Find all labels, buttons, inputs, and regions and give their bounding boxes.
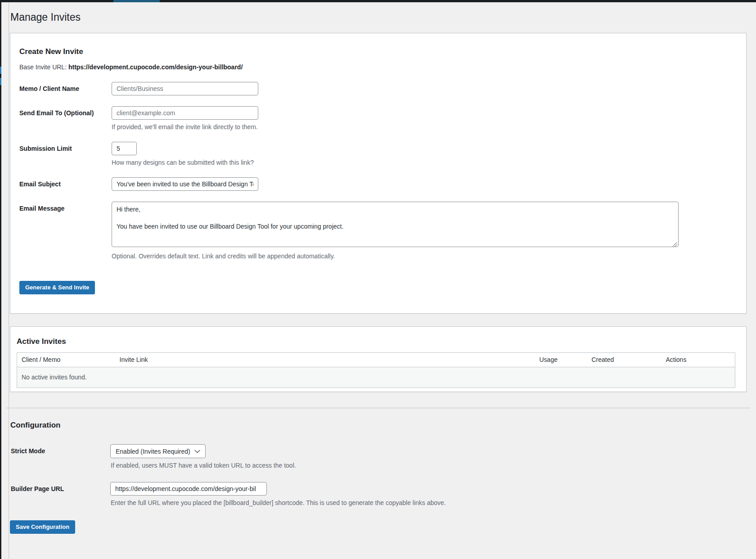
column-usage: Usage [535, 353, 587, 367]
limit-label: Submission Limit [19, 142, 112, 153]
email-message-textarea[interactable]: Hi there, You have been invited to use o… [112, 202, 679, 247]
generate-send-invite-button[interactable]: Generate & Send Invite [19, 281, 95, 294]
column-client-memo: Client / Memo [17, 353, 115, 367]
memo-input[interactable] [112, 82, 258, 95]
window-top-edge [0, 0, 756, 2]
content-frame-border [9, 2, 9, 559]
left-edge-accent [0, 67, 1, 74]
empty-state-message: No active invites found. [17, 367, 735, 388]
form-row-limit: Submission Limit How many designs can be… [19, 142, 737, 167]
email-to-help: If provided, we'll email the invite link… [112, 123, 737, 131]
submission-limit-input[interactable] [112, 142, 137, 155]
limit-help: How many designs can be submitted with t… [112, 158, 737, 167]
config-row-builder-url: Builder Page URL Enter the full URL wher… [10, 482, 747, 507]
empty-state-row: No active invites found. [17, 367, 735, 388]
base-invite-url-line: Base Invite URL: https://development.cup… [19, 63, 737, 71]
active-invites-heading: Active Invites [17, 337, 740, 347]
page-title: Manage Invites [10, 10, 747, 24]
active-invites-card: Active Invites Client / Memo Invite Link… [10, 326, 747, 392]
email-to-label: Send Email To (Optional) [19, 106, 112, 117]
builder-url-input[interactable] [110, 482, 267, 496]
strict-mode-selected-value: Enabled (Invites Required) [116, 448, 190, 455]
column-created: Created [587, 353, 662, 367]
form-row-message: Email Message Hi there, You have been in… [19, 202, 737, 260]
base-invite-url-value: https://development.cupocode.com/design-… [68, 63, 243, 71]
chevron-down-icon [194, 450, 200, 453]
builder-url-help: Enter the full URL where you placed the … [111, 499, 747, 507]
memo-label: Memo / Client Name [19, 82, 112, 93]
table-header-row: Client / Memo Invite Link Usage Created … [17, 353, 735, 367]
config-row-strict-mode: Strict Mode Enabled (Invites Required) I… [10, 444, 747, 469]
column-invite-link: Invite Link [115, 353, 535, 367]
create-invite-card: Create New Invite Base Invite URL: https… [10, 33, 747, 314]
email-subject-input[interactable] [112, 177, 258, 191]
configuration-heading: Configuration [10, 420, 747, 430]
column-actions: Actions [662, 353, 735, 367]
window-left-edge [0, 2, 1, 559]
form-row-subject: Email Subject [19, 177, 737, 191]
email-to-input[interactable] [112, 106, 258, 120]
form-row-memo: Memo / Client Name [19, 82, 737, 95]
strict-mode-label: Strict Mode [10, 444, 111, 455]
strict-mode-help: If enabled, users MUST have a valid toke… [111, 461, 747, 469]
content-wrap: Manage Invites Create New Invite Base In… [10, 0, 747, 534]
section-divider [6, 408, 750, 408]
left-edge-accent [0, 78, 1, 85]
create-invite-heading: Create New Invite [19, 47, 737, 57]
form-row-email-to: Send Email To (Optional) If provided, we… [19, 106, 737, 131]
active-invites-table: Client / Memo Invite Link Usage Created … [17, 352, 735, 388]
message-textarea-wrap: Hi there, You have been invited to use o… [112, 202, 679, 249]
save-configuration-button[interactable]: Save Configuration [10, 520, 75, 534]
window-top-accent [113, 0, 160, 2]
strict-mode-select[interactable]: Enabled (Invites Required) [110, 444, 206, 458]
base-invite-url-label: Base Invite URL: [19, 63, 68, 71]
subject-label: Email Subject [19, 177, 112, 188]
builder-url-label: Builder Page URL [10, 482, 111, 493]
message-help: Optional. Overrides default text. Link a… [112, 252, 737, 260]
admin-page: Manage Invites Create New Invite Base In… [0, 0, 756, 559]
message-label: Email Message [19, 202, 112, 212]
